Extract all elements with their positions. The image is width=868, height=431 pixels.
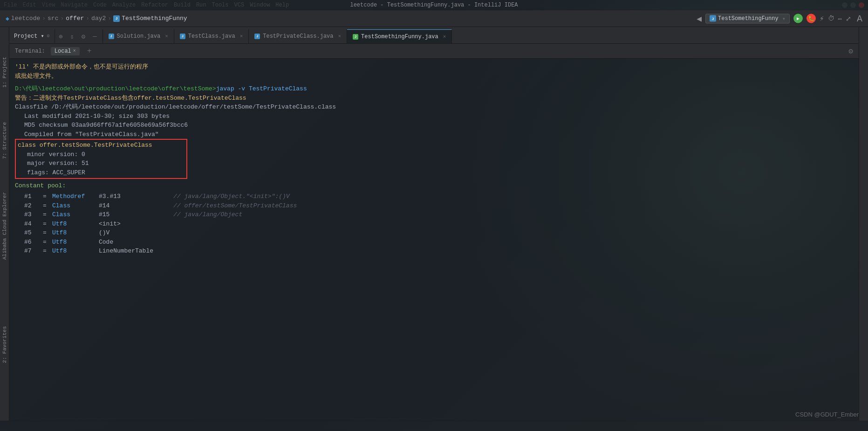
panel-minimize-icon[interactable]: — [89,29,100,43]
term-hl-2: minor version: 0 [18,150,185,159]
tab-close-testclass[interactable]: × [240,34,243,39]
term-modified: Last modified 2021-10-30; size 303 bytes [24,112,170,121]
cp-row-7: #7 = Utf8 LineNumberTable [15,246,853,256]
tab-icon-testsomething: J [353,34,358,40]
panel-sync-icon[interactable]: ⊕ [55,29,66,43]
project-settings-icon: ⚙ [47,33,50,39]
tab-testsomething[interactable]: J TestSomethingFunny.java × [347,29,452,43]
cp-row-2: #2 = Class #14 // offer/testSome/TestPri… [15,201,853,211]
watermark: CSDN @GDUT_Ember [795,411,859,418]
right-sidebar [859,27,868,421]
constant-pool: #1 = Methodref #3.#13 // java/lang/Objec… [15,192,853,256]
term-line-1: 'll' 不是内部或外部命令，也不是可运行的程序 [15,62,853,72]
file-icon: J [113,15,120,22]
term-compiled: Compiled from "TestPrivateClass.java" [24,130,159,139]
term-text-2: 或批处理文件。 [15,72,57,81]
tab-testprivate[interactable]: J TestPrivateClass.java × [249,29,347,43]
breadcrumb-leetcode[interactable]: ◆ leetcode [6,15,40,22]
translate-icon[interactable]: A [857,13,862,24]
cp-row-1: #1 = Methodref #3.#13 // java/lang/Objec… [15,192,853,201]
term-line-7: Last modified 2021-10-30; size 303 bytes [15,112,853,121]
term-line-2: 或批处理文件。 [15,72,853,81]
term-text-1: 'll' 不是内部或外部命令，也不是可运行的程序 [15,62,148,72]
term-class-decl: class offer.testSome.TestPrivateClass [18,141,152,150]
cp-row-6: #6 = Utf8 Code [15,238,853,247]
tab-testclass[interactable]: J TestClass.java × [174,29,249,43]
tab-solution[interactable]: J Solution.java × [103,29,174,43]
term-warn-1: 警告：二进制文件TestPrivateClass包含offer.testSome… [15,94,246,103]
profile-button[interactable]: ⏱ [828,15,834,22]
tab-close-testsomething[interactable]: × [443,34,446,40]
coverage-button[interactable]: ⚡ [820,14,824,23]
term-flags: flags: ACC_SUPER [27,168,85,178]
tab-icon-testprivate: J [254,34,260,39]
term-hl-1: class offer.testSome.TestPrivateClass [18,141,185,150]
run-config-icon: J [710,15,716,22]
term-minor: minor version: 0 [27,150,85,159]
left-strip: 1: Project 7: Structure Alibaba Cloud Ex… [0,27,9,421]
term-line-6: Classfile /D:/代码/leetcode/out/production… [15,103,853,112]
term-major: major version: 51 [27,159,89,168]
term-line-4: D:\代码\leetcode\out\production\leetcode\o… [15,84,853,94]
main-area: 1: Project 7: Structure Alibaba Cloud Ex… [0,27,868,421]
term-line-5: 警告：二进制文件TestPrivateClass包含offer.testSome… [15,94,853,103]
breadcrumb-offer[interactable]: offer [66,15,84,22]
project-panel-tab[interactable]: Project ▾ ⚙ [9,29,55,43]
sidebar-item-cloud[interactable]: Alibaba Cloud Explorer [0,190,9,261]
sidebar-item-project[interactable]: 1: Project [0,55,9,89]
expand-button[interactable]: ⤢ [846,14,851,22]
panel-expand-icon[interactable]: ⇕ [66,29,77,43]
debug-button[interactable]: 🐛 [806,14,816,23]
panel-settings-icon2[interactable]: ⚙ [78,29,89,43]
term-cmd: javap -v TestPrivateClass [216,84,307,94]
terminal-tab-close[interactable]: × [73,48,76,54]
tab-close-solution[interactable]: × [165,34,168,39]
term-line-9: Compiled from "TestPrivateClass.java" [15,130,853,139]
terminal-local-tab[interactable]: Local × [51,47,80,55]
highlighted-block-wrapper: class offer.testSome.TestPrivateClass mi… [15,139,192,180]
back-button[interactable]: ◀ [697,14,702,24]
run-config-dropdown-icon: ▾ [782,15,786,22]
cp-row-4: #4 = Utf8 <init> [15,219,853,229]
cp-row-5: #5 = Utf8 ()V [15,228,853,238]
run-toolbar: ◀ J TestSomethingFunny ▾ ▶ 🐛 ⚡ ⏱ ⋯ ⤢ A [697,13,862,24]
term-blank-1 [15,81,853,84]
terminal-add-button[interactable]: + [87,47,92,55]
run-configuration[interactable]: J TestSomethingFunny ▾ [705,14,790,23]
more-run-options[interactable]: ⋯ [838,14,842,22]
editor-area: Project ▾ ⚙ ⊕ ⇕ ⚙ — J Solution.java × J … [9,27,859,421]
term-md5: MD5 checksum 03aa9d66ff67a1fe6058e69a56f… [24,121,188,130]
window-title: leetcode - TestSomethingFunny.java - Int… [350,2,518,8]
terminal-settings-icon[interactable]: ⚙ [848,47,853,56]
term-cp-header: Constant pool: [15,181,853,191]
breadcrumb-file[interactable]: J TestSomethingFunny [113,15,187,22]
cp-row-3: #3 = Class #15 // java/lang/Object [15,210,853,219]
terminal-container: Terminal: Local × + ⚙ 'll' 不是内部或外部命令，也不是… [9,44,859,421]
term-cp-label: Constant pool: [15,181,66,191]
tab-close-testprivate[interactable]: × [338,34,342,39]
breadcrumb-src[interactable]: src [48,15,58,22]
breadcrumb-day2[interactable]: day2 [91,15,106,22]
sidebar-item-structure[interactable]: 7: Structure [0,120,9,161]
terminal-content[interactable]: 'll' 不是内部或外部命令，也不是可运行的程序 或批处理文件。 D:\代码\l… [9,59,859,421]
term-line-8: MD5 checksum 03aa9d66ff67a1fe6058e69a56f… [15,121,853,130]
term-path: D:\代码\leetcode\out\production\leetcode\o… [15,84,216,94]
tabs-bar: Project ▾ ⚙ ⊕ ⇕ ⚙ — J Solution.java × J … [9,27,859,44]
term-hl-4: flags: ACC_SUPER [18,168,185,178]
run-button[interactable]: ▶ [793,14,803,23]
term-classfile: Classfile /D:/代码/leetcode/out/production… [15,103,336,112]
highlighted-block: class offer.testSome.TestPrivateClass mi… [15,139,187,179]
tab-icon-testclass: J [180,34,185,39]
terminal-label: Terminal: [15,48,45,55]
tab-icon-solution: J [109,34,114,39]
breadcrumb-bar: ◆ leetcode › src › offer › day2 › J Test… [0,10,868,27]
term-hl-3: major version: 51 [18,159,185,168]
sidebar-item-favorites[interactable]: 2: Favorites [0,324,9,365]
terminal-header: Terminal: Local × + ⚙ [9,44,859,59]
